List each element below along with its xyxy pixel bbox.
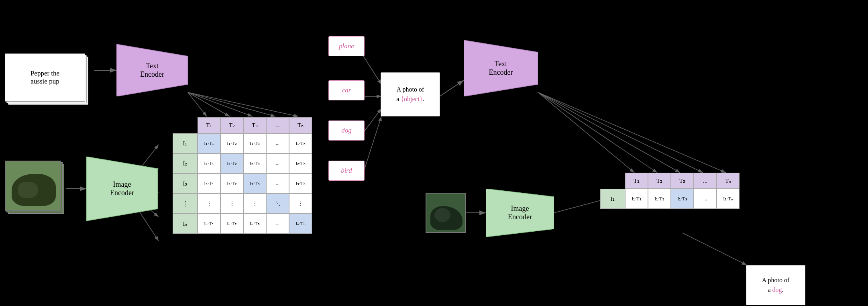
template-box: A photo ofa {object}. [381, 72, 440, 116]
cell-i1t2: I₁·T₂ [220, 133, 243, 153]
left-image-encoder-label: Image Encoder [110, 180, 134, 197]
matrix-col-tn: Tₙ [289, 117, 312, 133]
svg-line-14 [363, 56, 381, 84]
matrix-col-tdots: ... [266, 117, 289, 133]
text-pages-stack: Pepper the aussie pup [5, 53, 91, 108]
right-cell-i1tn: I₁·Tₙ [717, 189, 740, 209]
class-dog: dog [328, 120, 365, 141]
cell-i3t3: I₃·T₃ [243, 173, 266, 194]
row-i3-header: I₃ [173, 173, 198, 194]
svg-line-4 [188, 92, 230, 116]
cell-dotst1: ⋮ [198, 194, 220, 214]
right-col-tn: Tₙ [717, 173, 740, 189]
cell-dotst2: ⋮ [220, 194, 243, 214]
svg-line-20 [538, 92, 657, 173]
cell-i2t3: I₂·T₃ [243, 153, 266, 173]
svg-line-17 [363, 116, 381, 173]
cell-i3t1: I₃·T₁ [198, 173, 220, 194]
cell-i1t1: I₁·T₁ [198, 133, 220, 153]
right-cell-i1tdots: ... [694, 189, 717, 209]
right-cell-i1t2: I₁·T₂ [648, 189, 671, 209]
cell-i3t2: I₃·T₂ [220, 173, 243, 194]
cell-dotstn: ⋮ [289, 194, 312, 214]
left-text-encoder: Text Encoder [116, 44, 188, 96]
svg-line-26 [683, 233, 747, 265]
class-car: car [328, 80, 365, 100]
template-text: A photo ofa {object}. [396, 85, 424, 104]
svg-line-7 [188, 92, 298, 116]
cell-intdots: ... [266, 214, 289, 234]
svg-line-3 [188, 92, 207, 116]
cell-i1tn: I₁·Tₙ [289, 133, 312, 153]
cell-int2: Iₙ·T₂ [220, 214, 243, 234]
svg-line-21 [538, 92, 680, 173]
svg-line-19 [538, 92, 634, 173]
cell-i2t1: I₂·T₁ [198, 153, 220, 173]
left-text-encoder-label: Text Encoder [140, 62, 164, 79]
right-image-encoder: Image Encoder [486, 189, 554, 237]
cell-i1t3: I₁·T₃ [243, 133, 266, 153]
right-image-encoder-label: Image Encoder [508, 204, 532, 221]
svg-line-22 [538, 92, 703, 173]
right-text-encoder: Text Encoder [464, 40, 538, 96]
text-input-label: Pepper the aussie pup [31, 69, 59, 86]
result-text: A photo ofa dog. [762, 275, 789, 295]
cell-i1tdots: ... [266, 133, 289, 153]
class-bird: bird [328, 161, 365, 181]
cell-int1: Iₙ·T₁ [198, 214, 220, 234]
matrix-col-t3: T₃ [243, 117, 266, 133]
cell-dotst3: ⋮ [243, 194, 266, 214]
dog-images-stack [5, 161, 67, 217]
cell-dotsdots: ⋱ [266, 194, 289, 214]
cell-i2tdots: ... [266, 153, 289, 173]
cell-i2t2: I₂·T₂ [220, 153, 243, 173]
svg-line-5 [188, 92, 253, 116]
right-col-tdots: ... [694, 173, 717, 189]
right-dog-image [426, 193, 466, 233]
matrix-col-t2: T₂ [220, 117, 243, 133]
row-in-header: Iₙ [173, 214, 198, 234]
right-cell-i1t3: I₁·T₃ [671, 189, 694, 209]
svg-line-18 [440, 80, 464, 96]
cell-int3: Iₙ·T₃ [243, 214, 266, 234]
svg-line-6 [188, 92, 275, 116]
result-box: A photo ofa dog. [746, 265, 805, 305]
right-cell-i1t1: I₁·T₁ [625, 189, 648, 209]
svg-line-16 [363, 108, 381, 133]
cell-i3tdots: ... [266, 173, 289, 194]
right-row-i1: I₁ [600, 189, 625, 209]
right-col-t1: T₁ [625, 173, 648, 189]
row-idots-header: ⋮ [173, 194, 198, 214]
right-text-encoder-label: Text Encoder [489, 60, 513, 77]
right-col-t2: T₂ [648, 173, 671, 189]
row-i1-header: I₁ [173, 133, 198, 153]
svg-line-23 [538, 92, 726, 173]
right-col-t3: T₃ [671, 173, 694, 189]
row-i2-header: I₂ [173, 153, 198, 173]
class-plane: plane [328, 36, 365, 56]
left-image-encoder: Image Encoder [86, 157, 158, 221]
cell-intn: Iₙ·Tₙ [289, 214, 312, 234]
cell-i3tn: I₃·Tₙ [289, 173, 312, 194]
matrix-col-t1: T₁ [198, 117, 220, 133]
cell-i2tn: I₂·Tₙ [289, 153, 312, 173]
